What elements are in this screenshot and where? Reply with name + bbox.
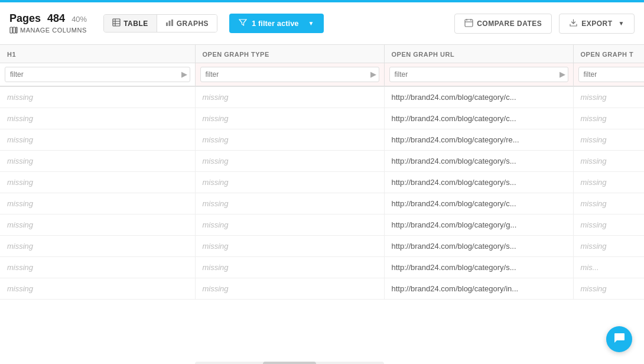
filter-cell-og-type: ▶ <box>195 63 384 87</box>
table-row: missingmissinghttp://brand24.com/blog/ca… <box>0 214 644 236</box>
filter-arrow-icon-og-type: ▶ <box>370 70 376 79</box>
table-filter-row: ▶ ▶ ▶ <box>0 63 644 87</box>
pages-label: Pages <box>9 12 41 24</box>
cell-og_url: http://brand24.com/blog/category/g... <box>384 214 573 236</box>
cell-og_type: missing <box>195 257 384 278</box>
filter-cell-h1: ▶ <box>0 63 195 87</box>
table-row: missingmissinghttp://brand24.com/blog/ca… <box>0 257 644 278</box>
manage-columns-button[interactable]: MANAGE COLUMNS <box>9 26 87 34</box>
cell-og_title: missing <box>573 108 644 129</box>
col-header-og-title: OPEN GRAPH T <box>573 45 644 63</box>
graphs-btn-label: GRAPHS <box>177 20 209 28</box>
table-row: missingmissinghttp://brand24.com/blog/ca… <box>0 172 644 193</box>
cell-og_type: missing <box>195 193 384 214</box>
filter-chevron-icon: ▼ <box>308 20 314 27</box>
export-icon <box>569 18 578 29</box>
view-toggle: TABLE GRAPHS <box>103 14 217 32</box>
chat-bubble-button[interactable] <box>606 326 632 352</box>
cell-og_type: missing <box>195 86 384 108</box>
chat-icon <box>613 332 626 347</box>
export-button[interactable]: EXPORT ▼ <box>559 14 635 34</box>
col-header-og-url: OPEN GRAPH URL <box>384 45 573 63</box>
cell-h1: missing <box>0 86 195 108</box>
pages-count: 484 <box>47 12 65 24</box>
top-bar: Pages 484 40% MANAGE COLUMNS <box>0 2 644 45</box>
table-btn-label: TABLE <box>123 20 148 28</box>
svg-rect-10 <box>465 20 473 27</box>
col-og-url-label: OPEN GRAPH URL <box>392 51 455 58</box>
filter-cell-og-title <box>573 63 644 87</box>
col-header-og-type: OPEN GRAPH TYPE <box>195 45 384 63</box>
graphs-icon <box>165 18 174 28</box>
cell-og_type: missing <box>195 172 384 193</box>
graphs-view-button[interactable]: GRAPHS <box>157 15 217 32</box>
filter-input-wrap-h1: ▶ <box>5 67 190 82</box>
table-row: missingmissinghttp://brand24.com/blog/ca… <box>0 129 644 151</box>
cell-og_title: missing <box>573 86 644 108</box>
cell-og_title: missing <box>573 151 644 172</box>
table-view-button[interactable]: TABLE <box>104 15 157 32</box>
cell-og_url: http://brand24.com/blog/category/in... <box>384 278 573 300</box>
table-row: missingmissinghttp://brand24.com/blog/ca… <box>0 193 644 214</box>
export-label: EXPORT <box>581 20 612 28</box>
cell-h1: missing <box>0 278 195 300</box>
table-icon <box>112 18 121 28</box>
pages-title: Pages 484 40% <box>9 12 87 25</box>
export-chevron-icon: ▼ <box>619 20 625 27</box>
filter-button[interactable]: 1 filter active ▼ <box>229 14 323 33</box>
cell-og_title: missing <box>573 236 644 257</box>
data-table: H1 OPEN GRAPH TYPE OPEN GRAPH URL OPEN G… <box>0 45 644 300</box>
cell-og_title: missing <box>573 172 644 193</box>
cell-h1: missing <box>0 172 195 193</box>
cell-h1: missing <box>0 193 195 214</box>
right-actions: COMPARE DATES EXPORT ▼ <box>454 14 635 34</box>
cell-og_url: http://brand24.com/blog/category/s... <box>384 172 573 193</box>
col-og-type-label: OPEN GRAPH TYPE <box>203 51 269 58</box>
cell-og_type: missing <box>195 214 384 236</box>
cell-og_title: missing <box>573 214 644 236</box>
cell-og_url: http://brand24.com/blog/category/c... <box>384 108 573 129</box>
table-body: missingmissinghttp://brand24.com/blog/ca… <box>0 86 644 300</box>
cell-og_type: missing <box>195 108 384 129</box>
cell-og_url: http://brand24.com/blog/category/c... <box>384 193 573 214</box>
filter-input-og-title[interactable] <box>578 67 645 82</box>
table-row: missingmissinghttp://brand24.com/blog/ca… <box>0 108 644 129</box>
filter-icon <box>239 18 247 28</box>
filter-input-wrap-og-type: ▶ <box>200 67 379 82</box>
cell-og_url: http://brand24.com/blog/category/c... <box>384 86 573 108</box>
cell-h1: missing <box>0 108 195 129</box>
cell-og_url: http://brand24.com/blog/category/s... <box>384 257 573 278</box>
filter-input-og-url[interactable] <box>389 67 568 82</box>
cell-h1: missing <box>0 214 195 236</box>
svg-rect-7 <box>166 22 168 26</box>
svg-rect-1 <box>13 27 15 33</box>
filter-input-h1[interactable] <box>5 67 190 82</box>
svg-rect-0 <box>10 27 12 33</box>
col-h1-label: H1 <box>7 51 16 58</box>
svg-rect-8 <box>168 21 170 26</box>
svg-rect-3 <box>113 19 120 26</box>
cell-og_url: http://brand24.com/blog/category/s... <box>384 236 573 257</box>
cell-og_type: missing <box>195 236 384 257</box>
filter-input-og-type[interactable] <box>200 67 379 82</box>
cell-og_url: http://brand24.com/blog/category/s... <box>384 151 573 172</box>
horizontal-scrollbar[interactable] <box>195 362 384 364</box>
filter-label: 1 filter active <box>252 19 299 28</box>
scrollbar-thumb[interactable] <box>263 362 316 364</box>
table-row: missingmissinghttp://brand24.com/blog/ca… <box>0 278 644 300</box>
filter-cell-og-url: ▶ <box>384 63 573 87</box>
svg-rect-9 <box>171 20 173 26</box>
cell-og_title: mis... <box>573 257 644 278</box>
manage-columns-label: MANAGE COLUMNS <box>20 27 87 34</box>
filter-arrow-icon-h1: ▶ <box>181 70 187 79</box>
cell-og_title: missing <box>573 278 644 300</box>
table-row: missingmissinghttp://brand24.com/blog/ca… <box>0 151 644 172</box>
col-og-title-label: OPEN GRAPH T <box>581 51 634 58</box>
filter-input-wrap-og-url: ▶ <box>389 67 568 82</box>
compare-dates-button[interactable]: COMPARE DATES <box>454 14 552 34</box>
pages-pct: 40% <box>71 15 87 24</box>
table-row: missingmissinghttp://brand24.com/blog/ca… <box>0 86 644 108</box>
table-row: missingmissinghttp://brand24.com/blog/ca… <box>0 236 644 257</box>
cell-h1: missing <box>0 129 195 151</box>
svg-rect-2 <box>16 27 17 33</box>
